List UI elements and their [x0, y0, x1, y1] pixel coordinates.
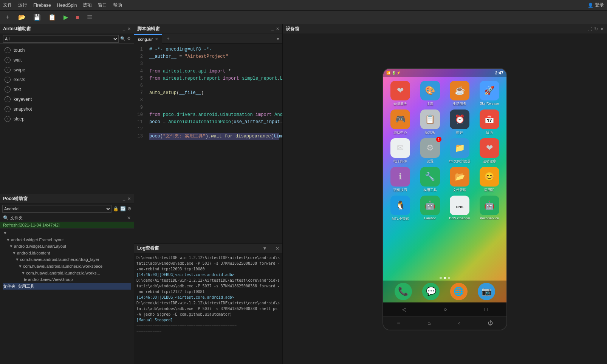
- app-icon-会员服务[interactable]: ❤ 会员服务: [386, 81, 415, 106]
- poco-tree-item[interactable]: ▼com.huawei.android.launcher.id/drag_lay…: [3, 256, 131, 263]
- open-button[interactable]: 📂: [17, 13, 27, 22]
- app-icon-pocoservice[interactable]: 🤖 PocoService: [475, 196, 504, 221]
- app-icon-运动健康[interactable]: ❤ 运动健康: [475, 138, 504, 164]
- poco-tree-item[interactable]: ▼android.widget.LinearLayout: [3, 243, 131, 250]
- poco-tree-item[interactable]: ▼: [3, 230, 131, 237]
- poco-minimize-button[interactable]: _: [123, 196, 125, 201]
- app-icon-游戏中心[interactable]: 🎮 游戏中心: [386, 110, 415, 135]
- app-icon-实用工具[interactable]: 🔧 实用工具: [416, 167, 444, 193]
- editor-tab-add-button[interactable]: ＋: [164, 35, 173, 42]
- airtest-minimize-button[interactable]: _: [123, 26, 125, 31]
- nav-back-button[interactable]: ◁: [402, 306, 406, 312]
- airtest-item-keyevent[interactable]: ○ keyevent: [0, 94, 134, 104]
- app-icon-dns-changer[interactable]: DNS DNS Changer: [446, 196, 474, 221]
- login-button[interactable]: 👤 登录: [588, 2, 604, 8]
- menu-window[interactable]: 窗口: [98, 2, 107, 8]
- app-icon-label: 生活服务: [453, 102, 466, 106]
- code-line: [149, 104, 279, 111]
- device-fullscreen-icon[interactable]: ⛶: [587, 26, 592, 32]
- app-icon-日历[interactable]: 📅 日历: [475, 110, 504, 135]
- app-icon-电子邮件[interactable]: ✉ 电子邮件: [386, 138, 415, 164]
- app-icon-主题[interactable]: 🎨 主题: [416, 81, 444, 106]
- menu-file[interactable]: 文件: [3, 2, 12, 8]
- app-icon-image: 🎮: [390, 110, 410, 129]
- run-button[interactable]: ▶: [62, 13, 70, 22]
- dock-icon-1[interactable]: 💬: [422, 283, 440, 300]
- poco-tree-item[interactable]: 文件夹: 实用工具: [3, 283, 131, 290]
- airtest-item-wait[interactable]: ○ wait: [0, 55, 134, 65]
- new-button[interactable]: ＋: [3, 12, 12, 22]
- app-icon-image: 🔧: [420, 167, 440, 187]
- menu-options[interactable]: 选项: [83, 2, 92, 8]
- dot-1: [440, 277, 442, 279]
- app-icon-应用汇[interactable]: 😊 应用汇: [475, 167, 504, 193]
- phone-dock: 📞💬🌐📷: [383, 281, 506, 302]
- airtest-item-text[interactable]: ○ text: [0, 85, 134, 94]
- saveas-button[interactable]: 📋: [47, 13, 57, 22]
- device-header: 设备窗 ⛶ ↻ ✕: [283, 24, 607, 34]
- app-icon-mtl小管家[interactable]: 🐧 MTL小管家: [386, 196, 415, 221]
- poco-refresh-icon[interactable]: 🔄: [120, 206, 126, 211]
- app-icon-时钟[interactable]: ⏰ 时钟: [446, 110, 474, 135]
- nav-recents-button[interactable]: □: [485, 306, 488, 312]
- log-minimize-button[interactable]: _: [270, 246, 273, 251]
- poco-close-button[interactable]: ✕: [127, 196, 131, 201]
- bottom-back-icon[interactable]: ‹: [458, 320, 460, 326]
- airtest-item-label: swipe: [14, 67, 25, 72]
- airtest-item-swipe[interactable]: ○ swipe: [0, 65, 134, 75]
- airtest-item-touch[interactable]: ○ touch: [0, 45, 134, 55]
- log-line: [Manual Stopped]: [136, 317, 280, 323]
- airtest-filter-select[interactable]: All: [3, 35, 119, 43]
- app-icon-es文件浏览器[interactable]: 📁 ES文件浏览器: [446, 138, 474, 164]
- poco-tree-item[interactable]: ▼android.widget.FrameLayout: [3, 237, 131, 244]
- code-editor[interactable]: 12345678910111213 # -*- encoding=utf8 -*…: [134, 44, 282, 243]
- poco-driver-select[interactable]: Android: [2, 205, 111, 213]
- poco-search-input[interactable]: [10, 216, 125, 220]
- poco-lock-icon[interactable]: 🔒: [113, 206, 119, 211]
- dock-icon-3[interactable]: 📷: [478, 283, 495, 300]
- editor-tab-song-air[interactable]: song.air ✕: [134, 34, 162, 44]
- log-close-button[interactable]: ✕: [276, 246, 279, 251]
- stop-button[interactable]: ■: [74, 13, 81, 22]
- menu-firebase[interactable]: Firebase: [33, 3, 51, 8]
- poco-tree-item[interactable]: ▼android.id/content: [3, 250, 131, 257]
- poco-tree-item[interactable]: ▶android.view.ViewGroup: [3, 276, 131, 283]
- poco-clear-search-button[interactable]: ✕: [127, 215, 131, 221]
- device-close-icon[interactable]: ✕: [600, 26, 604, 32]
- poco-settings-icon[interactable]: ⚙: [127, 206, 132, 211]
- poco-tree-item[interactable]: ▼com.huawei.android.launcher.id/works...: [3, 270, 131, 277]
- app-icon-生活服务[interactable]: ☕ 生活服务: [446, 81, 474, 106]
- menu-help[interactable]: 帮助: [113, 2, 122, 8]
- bottom-power-icon[interactable]: ⏻: [488, 320, 493, 326]
- dock-icon-0[interactable]: 📞: [395, 283, 412, 300]
- airtest-item-snapshot[interactable]: ○ snapshot: [0, 104, 134, 114]
- bottom-home-icon[interactable]: ⌂: [427, 320, 430, 326]
- app-icon-image: 📅: [480, 110, 499, 129]
- poco-tree-item[interactable]: ▼com.huawei.android.launcher.id/workspac…: [3, 263, 131, 270]
- airtest-close-button[interactable]: ✕: [127, 26, 131, 31]
- airtest-item-exists[interactable]: ○ exists: [0, 75, 134, 85]
- app-icon-玩机技巧[interactable]: ℹ 玩机技巧: [386, 167, 415, 193]
- save-button[interactable]: 💾: [32, 13, 42, 22]
- editor-close-button[interactable]: ✕: [276, 26, 279, 31]
- nav-home-button[interactable]: ○: [444, 306, 447, 312]
- app-icon-文件管理[interactable]: 📂 文件管理: [446, 167, 474, 193]
- dock-icon-2[interactable]: 🌐: [450, 283, 468, 300]
- airtest-settings-icon[interactable]: ⚙: [127, 36, 131, 41]
- app-icon-lambor[interactable]: 🤖 Lambor: [416, 196, 444, 221]
- editor-tab-menu-button[interactable]: ▼: [276, 37, 280, 41]
- app-icon-设置[interactable]: ⚙ 1 设置: [416, 138, 444, 164]
- menu-run[interactable]: 运行: [18, 2, 27, 8]
- phone-background: 📶 🔋 ⚡ 2:47 ❤ 会员服务 🎨 主题 ☕ 生活服务 🚀: [383, 69, 506, 302]
- report-button[interactable]: ☰: [85, 13, 94, 22]
- device-refresh-icon[interactable]: ↻: [594, 26, 598, 32]
- airtest-search-icon[interactable]: 🔍: [120, 36, 125, 41]
- editor-tab-close-button[interactable]: ✕: [155, 37, 158, 41]
- menu-headspin[interactable]: HeadSpin: [57, 3, 77, 8]
- bottom-menu-icon[interactable]: ≡: [397, 320, 400, 326]
- app-icon-sky-release[interactable]: 🚀 Sky Release: [475, 81, 504, 106]
- log-filter-icon[interactable]: ▼: [262, 246, 267, 251]
- airtest-item-sleep[interactable]: ○ sleep: [0, 114, 134, 124]
- editor-minimize-button[interactable]: _: [271, 26, 274, 31]
- app-icon-备忘录[interactable]: 📋 备忘录: [416, 110, 444, 135]
